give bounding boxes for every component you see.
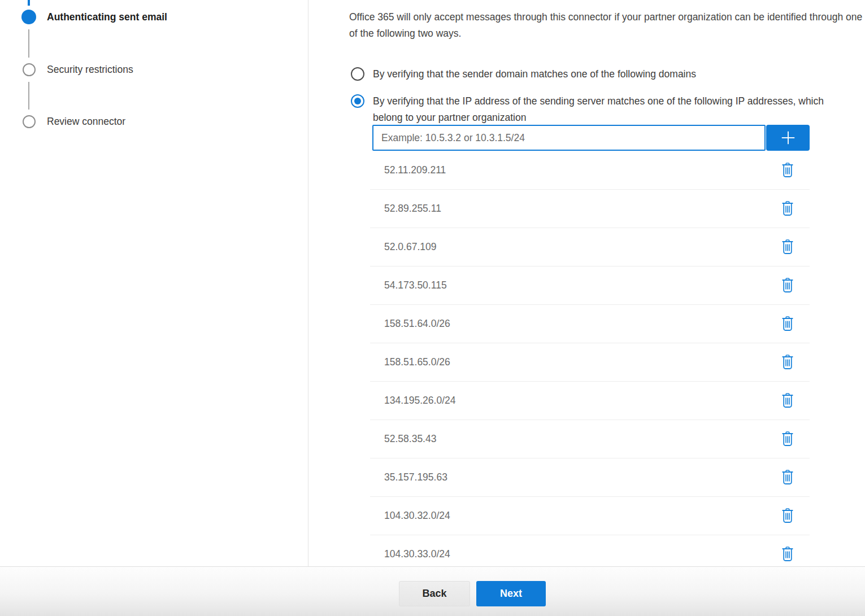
radio-dot [354, 98, 361, 104]
ip-list-row: 158.51.64.0/26 [370, 305, 810, 343]
delete-ip-button[interactable] [780, 200, 795, 217]
ip-list-row: 52.58.35.43 [370, 420, 810, 458]
trash-icon [781, 431, 794, 447]
step-label: Security restrictions [47, 64, 133, 76]
ip-list-row: 54.173.50.115 [370, 267, 810, 305]
radio-option-sender-domain[interactable]: By verifying that the sender domain matc… [351, 66, 696, 82]
step-circle-icon [23, 63, 36, 76]
delete-ip-button[interactable] [780, 277, 795, 294]
ip-input-row [372, 125, 810, 151]
stepper-step[interactable]: Review connector [21, 114, 125, 129]
wizard-footer: Back Next [0, 566, 865, 616]
trash-icon [781, 355, 794, 370]
ip-list-row: 52.89.255.11 [370, 190, 810, 228]
ip-address-text: 35.157.195.63 [384, 471, 447, 483]
step-circle-icon [23, 115, 36, 128]
ip-list-row: 158.51.65.0/26 [370, 343, 810, 382]
intro-text: Office 365 will only accept messages thr… [349, 9, 865, 42]
ip-address-text: 104.30.32.0/24 [384, 510, 450, 522]
trash-icon [781, 201, 794, 216]
wizard-stepper-panel: Authenticating sent email Security restr… [0, 0, 308, 566]
radio-option-label: By verifying that the sender domain matc… [373, 66, 696, 82]
ip-address-text: 158.51.65.0/26 [384, 356, 450, 368]
trash-icon [781, 316, 794, 331]
stepper-connector-line [28, 29, 29, 58]
ip-address-text: 104.30.33.0/24 [384, 548, 450, 560]
delete-ip-button[interactable] [780, 238, 795, 256]
step-label: Authenticating sent email [47, 11, 167, 23]
step-label: Review connector [47, 116, 125, 128]
delete-ip-button[interactable] [780, 392, 795, 409]
step-circle-wrap [21, 115, 36, 128]
radio-unselected-icon[interactable] [351, 67, 364, 81]
ip-list-row: 52.0.67.109 [370, 228, 810, 267]
plus-icon [780, 129, 797, 146]
delete-ip-button[interactable] [780, 161, 795, 179]
radio-option-label: By verifying that the IP address of the … [373, 93, 841, 126]
ip-address-text: 158.51.64.0/26 [384, 318, 450, 330]
stepper-step[interactable]: Security restrictions [21, 62, 133, 77]
trash-icon [781, 393, 794, 408]
stepper-connector-line [28, 82, 29, 110]
delete-ip-button[interactable] [780, 507, 795, 525]
ip-address-input[interactable] [372, 125, 766, 151]
delete-ip-button[interactable] [780, 315, 795, 333]
ip-address-list: 52.11.209.211 52.89.255.11 [370, 151, 810, 566]
ip-address-text: 52.58.35.43 [384, 433, 436, 445]
ip-address-text: 52.11.209.211 [384, 164, 446, 176]
delete-ip-button[interactable] [780, 430, 795, 448]
ip-address-text: 52.89.255.11 [384, 203, 441, 215]
next-button[interactable]: Next [476, 581, 546, 606]
trash-icon [781, 163, 794, 178]
ip-list-row: 134.195.26.0/24 [370, 382, 810, 420]
step-circle-icon [21, 10, 36, 24]
ip-list-row: 104.30.32.0/24 [370, 497, 810, 535]
ip-address-text: 134.195.26.0/24 [384, 395, 456, 407]
panel-divider [308, 0, 308, 566]
delete-ip-button[interactable] [780, 469, 795, 486]
ip-list-row: 52.11.209.211 [370, 151, 810, 190]
ip-address-text: 52.0.67.109 [384, 241, 436, 253]
trash-icon [781, 547, 794, 562]
trash-icon [781, 239, 794, 255]
trash-icon [781, 278, 794, 293]
step-circle-wrap [21, 63, 36, 76]
trash-icon [781, 470, 794, 485]
trash-icon [781, 508, 794, 523]
ip-list-row: 35.157.195.63 [370, 458, 810, 497]
delete-ip-button[interactable] [780, 545, 795, 563]
ip-list-row: 104.30.33.0/24 [370, 535, 810, 566]
stepper-step[interactable]: Authenticating sent email [21, 10, 167, 24]
delete-ip-button[interactable] [780, 353, 795, 371]
stepper-previous-connector-line [28, 0, 30, 6]
radio-option-ip-address[interactable]: By verifying that the IP address of the … [351, 93, 841, 126]
back-button[interactable]: Back [399, 581, 470, 606]
ip-address-text: 54.173.50.115 [384, 279, 447, 291]
step-circle-wrap [21, 10, 36, 24]
add-ip-button[interactable] [766, 125, 810, 151]
radio-selected-icon[interactable] [351, 94, 364, 108]
